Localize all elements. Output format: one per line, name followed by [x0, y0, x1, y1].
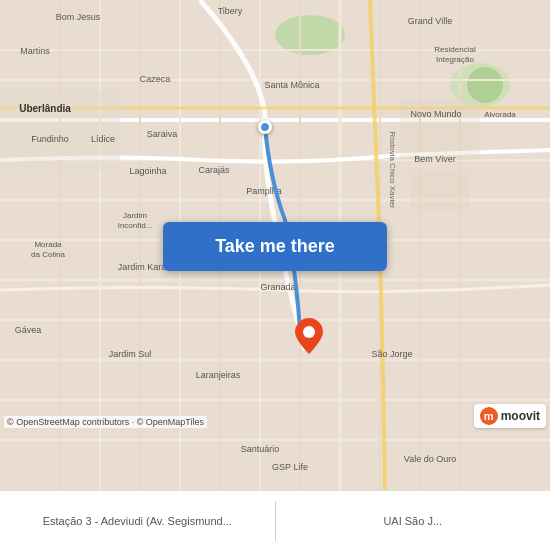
- svg-text:Martins: Martins: [20, 46, 50, 56]
- bottom-bar: Estação 3 - Adeviudi (Av. Segismund... U…: [0, 490, 550, 550]
- moovit-text: moovit: [501, 409, 540, 423]
- svg-text:Morada: Morada: [34, 240, 62, 249]
- svg-text:Lídice: Lídice: [91, 134, 115, 144]
- destination-label: UAI São J...: [383, 515, 442, 527]
- svg-text:Cazeca: Cazeca: [140, 74, 171, 84]
- svg-rect-28: [410, 170, 470, 210]
- svg-text:Uberlândia: Uberlândia: [19, 103, 71, 114]
- svg-point-3: [467, 67, 503, 103]
- svg-text:Laranjeiras: Laranjeiras: [196, 370, 241, 380]
- svg-text:Alvorada: Alvorada: [484, 110, 516, 119]
- moovit-icon: m: [480, 407, 498, 425]
- svg-text:Santa Mônica: Santa Mônica: [264, 80, 319, 90]
- svg-text:Bom Jesus: Bom Jesus: [56, 12, 101, 22]
- svg-text:Rodovia Chico Xavier: Rodovia Chico Xavier: [388, 132, 397, 209]
- svg-text:Gávea: Gávea: [15, 325, 42, 335]
- svg-text:Bem Viver: Bem Viver: [414, 154, 455, 164]
- svg-point-61: [303, 326, 315, 338]
- svg-text:Santuário: Santuário: [241, 444, 280, 454]
- svg-text:Granada: Granada: [260, 282, 295, 292]
- svg-text:Tibery: Tibery: [218, 6, 243, 16]
- destination-section: UAI São J...: [276, 511, 551, 531]
- svg-text:da Colina: da Colina: [31, 250, 65, 259]
- svg-text:Inconfid...: Inconfid...: [118, 221, 153, 230]
- take-me-there-button[interactable]: Take me there: [163, 222, 387, 271]
- map-attribution: © OpenStreetMap contributors · © OpenMap…: [4, 416, 207, 428]
- svg-text:Vale do Ouro: Vale do Ouro: [404, 454, 456, 464]
- svg-text:Saraiva: Saraiva: [147, 129, 178, 139]
- svg-text:Novo Mundo: Novo Mundo: [410, 109, 461, 119]
- origin-label: Estação 3 - Adeviudi (Av. Segismund...: [43, 515, 232, 527]
- svg-text:Jardim Sul: Jardim Sul: [109, 349, 152, 359]
- svg-text:Jardim: Jardim: [123, 211, 147, 220]
- svg-text:Carajás: Carajás: [198, 165, 230, 175]
- svg-text:São Jorge: São Jorge: [371, 349, 412, 359]
- svg-rect-26: [0, 90, 120, 170]
- svg-text:Integração: Integração: [436, 55, 474, 64]
- map-container: Bom Jesus Tibery Grand Ville Martins Res…: [0, 0, 550, 490]
- origin-section: Estação 3 - Adeviudi (Av. Segismund...: [0, 511, 275, 531]
- moovit-logo: m moovit: [474, 404, 546, 428]
- destination-pin: [295, 318, 323, 354]
- svg-text:Lagoinha: Lagoinha: [129, 166, 166, 176]
- svg-text:Grand Ville: Grand Ville: [408, 16, 452, 26]
- svg-text:GSP Life: GSP Life: [272, 462, 308, 472]
- svg-text:Residencial: Residencial: [434, 45, 476, 54]
- origin-marker: [258, 120, 272, 134]
- svg-text:Fundinho: Fundinho: [31, 134, 69, 144]
